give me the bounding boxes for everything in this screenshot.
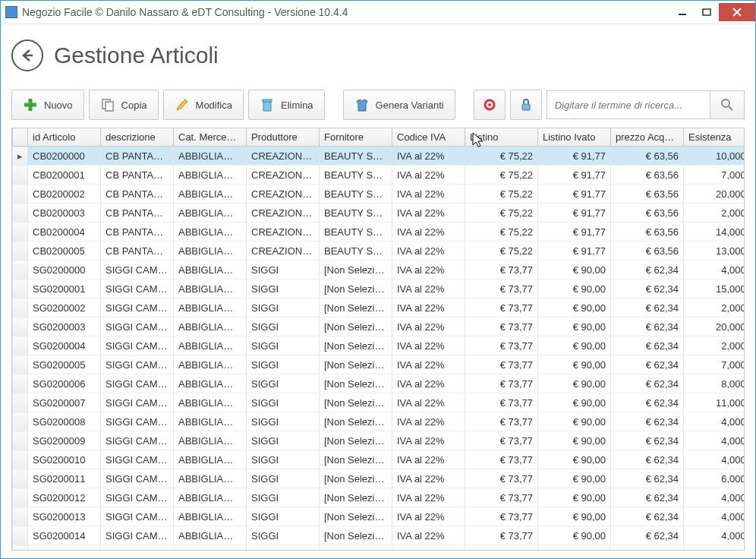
cell[interactable]: IVA al 22% xyxy=(392,469,465,488)
cell[interactable]: € 90,00 xyxy=(538,488,611,507)
cell[interactable]: SG0200005 xyxy=(28,355,101,374)
cell[interactable]: € 75,22 xyxy=(465,242,538,261)
cell[interactable]: IVA al 22% xyxy=(392,317,465,336)
cell[interactable]: ABBIGLIAME... xyxy=(174,526,247,545)
cell[interactable]: € 75,22 xyxy=(465,223,538,242)
cell[interactable]: ABBIGLIAME... xyxy=(174,336,247,355)
cell[interactable]: ABBIGLIAME... xyxy=(174,223,247,242)
cell[interactable]: CB0200004 xyxy=(28,223,101,242)
cell[interactable]: € 90,00 xyxy=(538,507,611,526)
table-row[interactable]: SG0200013SIGGI CAMICEABBIGLIAME...SIGGI[… xyxy=(13,507,745,526)
cell[interactable]: SIGGI CAMICE xyxy=(101,317,174,336)
cell[interactable]: € 91,77 xyxy=(538,185,611,204)
cell[interactable]: € 73,77 xyxy=(465,431,538,450)
cell[interactable]: [Non Selezio... xyxy=(320,507,392,526)
cell[interactable]: SG0200006 xyxy=(28,374,101,393)
table-row[interactable]: SG0200015SIGGI CAMICEABBIGLIAME...SIGGI[… xyxy=(13,545,745,551)
cell[interactable]: SIGGI xyxy=(247,469,320,488)
cell[interactable]: € 75,22 xyxy=(465,185,538,204)
cell[interactable]: [Non Selezio... xyxy=(320,317,392,336)
cell[interactable]: € 91,77 xyxy=(538,147,611,166)
cell[interactable]: SIGGI CAMICE xyxy=(101,336,174,355)
cell[interactable]: € 62,34 xyxy=(611,317,684,336)
cell[interactable]: € 63,56 xyxy=(611,166,684,185)
cell[interactable]: € 63,56 xyxy=(611,185,684,204)
cell[interactable]: € 90,00 xyxy=(538,450,611,469)
cell[interactable]: SG0200007 xyxy=(28,393,101,412)
col-esistenza[interactable]: Esistenza xyxy=(684,128,745,147)
cell[interactable]: 7,0000 xyxy=(684,355,745,374)
cell[interactable]: SIGGI xyxy=(247,507,320,526)
back-button[interactable] xyxy=(11,39,43,71)
cell[interactable]: € 91,77 xyxy=(538,204,611,223)
cell[interactable]: SIGGI CAMICE xyxy=(101,393,174,412)
cell[interactable]: CREAZIONI B... xyxy=(247,242,320,261)
cell[interactable]: 4,0000 xyxy=(684,450,745,469)
cell[interactable]: € 62,34 xyxy=(611,488,684,507)
cell[interactable]: 14,0000 xyxy=(684,223,745,242)
cell[interactable]: IVA al 22% xyxy=(392,166,465,185)
cell[interactable]: SIGGI xyxy=(247,355,320,374)
cell[interactable]: BEAUTY STAR xyxy=(320,185,392,204)
cell[interactable]: SG0200010 xyxy=(28,450,101,469)
cell[interactable]: € 73,77 xyxy=(465,374,538,393)
cell[interactable]: € 73,77 xyxy=(465,507,538,526)
cell[interactable]: € 62,34 xyxy=(611,336,684,355)
cell[interactable]: 4,0000 xyxy=(684,488,745,507)
cell[interactable]: SG0200008 xyxy=(28,412,101,431)
cell[interactable]: SG0200014 xyxy=(28,526,101,545)
cell[interactable]: € 62,34 xyxy=(611,280,684,298)
cell[interactable]: € 73,77 xyxy=(465,450,538,469)
col-descrizione[interactable]: descrizione xyxy=(101,128,174,147)
cell[interactable]: SG0200002 xyxy=(28,298,101,317)
cell[interactable]: 20,0000 xyxy=(684,317,745,336)
cell[interactable]: € 73,77 xyxy=(465,526,538,545)
table-row[interactable]: CB0200003CB PANTALO...ABBIGLIAME...CREAZ… xyxy=(13,204,745,223)
cell[interactable]: € 90,00 xyxy=(538,526,611,545)
col-id[interactable]: id Articolo xyxy=(28,128,101,147)
table-row[interactable]: SG0200007SIGGI CAMICEABBIGLIAME...SIGGI[… xyxy=(13,393,745,412)
cell[interactable]: € 90,00 xyxy=(538,393,611,412)
table-row[interactable]: SG0200011SIGGI CAMICEABBIGLIAME...SIGGI[… xyxy=(13,469,745,488)
cell[interactable]: € 91,77 xyxy=(538,166,611,185)
close-button[interactable] xyxy=(719,3,755,21)
cell[interactable]: ABBIGLIAME... xyxy=(174,166,247,185)
cell[interactable]: € 73,77 xyxy=(465,412,538,431)
cell[interactable]: SG0200004 xyxy=(28,336,101,355)
cell[interactable]: CB PANTALO... xyxy=(101,147,174,166)
cell[interactable]: 20,0000 xyxy=(684,185,745,204)
modifica-button[interactable]: Modifica xyxy=(163,90,244,120)
table-row[interactable]: SG0200008SIGGI CAMICEABBIGLIAME...SIGGI[… xyxy=(13,412,745,431)
cell[interactable]: ABBIGLIAME... xyxy=(174,147,247,166)
cell[interactable]: CB PANTALO... xyxy=(101,185,174,204)
cell[interactable]: IVA al 22% xyxy=(392,507,465,526)
cell[interactable]: € 90,00 xyxy=(538,298,611,317)
cell[interactable]: SIGGI CAMICE xyxy=(101,450,174,469)
search-input[interactable] xyxy=(547,90,710,119)
cell[interactable]: [Non Selezio... xyxy=(320,261,392,280)
cell[interactable]: € 90,00 xyxy=(538,280,611,298)
cell[interactable]: IVA al 22% xyxy=(392,488,465,507)
col-prezzo-acq[interactable]: prezzo Acqui... xyxy=(611,128,684,147)
cell[interactable]: [Non Selezio... xyxy=(320,469,392,488)
cell[interactable]: BEAUTY STAR xyxy=(320,223,392,242)
cell[interactable]: ABBIGLIAME... xyxy=(174,355,247,374)
cell[interactable]: 4,0000 xyxy=(684,545,745,551)
table-row[interactable]: SG0200003SIGGI CAMICEABBIGLIAME...SIGGI[… xyxy=(13,317,745,336)
cell[interactable]: 13,0000 xyxy=(684,242,745,261)
cell[interactable]: SIGGI CAMICE xyxy=(101,374,174,393)
cell[interactable]: IVA al 22% xyxy=(392,545,465,551)
col-listino[interactable]: Listino xyxy=(465,128,538,147)
cell[interactable]: ABBIGLIAME... xyxy=(174,450,247,469)
cell[interactable]: SIGGI xyxy=(247,545,320,551)
cell[interactable]: IVA al 22% xyxy=(392,374,465,393)
cell[interactable]: 4,0000 xyxy=(684,507,745,526)
table-row[interactable]: SG0200010SIGGI CAMICEABBIGLIAME...SIGGI[… xyxy=(13,450,745,469)
col-listino-ivato[interactable]: Listino Ivato xyxy=(538,128,611,147)
table-row[interactable]: SG0200006SIGGI CAMICEABBIGLIAME...SIGGI[… xyxy=(13,374,745,393)
cell[interactable]: BEAUTY STAR xyxy=(320,147,392,166)
elimina-button[interactable]: Elimina xyxy=(248,90,325,120)
cell[interactable]: SIGGI CAMICE xyxy=(101,526,174,545)
cell[interactable]: € 63,56 xyxy=(611,204,684,223)
cell[interactable]: CB PANTALO... xyxy=(101,166,174,185)
